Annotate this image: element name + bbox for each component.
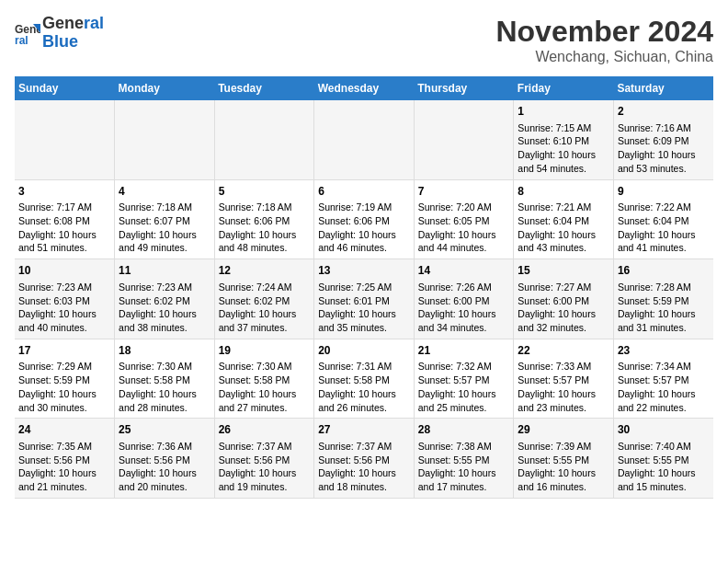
day-info-line: Sunrise: 7:37 AM bbox=[219, 440, 311, 454]
logo-text-blue: Blue bbox=[42, 33, 104, 52]
day-info-line: Daylight: 10 hours bbox=[518, 466, 609, 480]
day-info-line: Daylight: 10 hours bbox=[318, 466, 410, 480]
calendar-cell: 14Sunrise: 7:26 AMSunset: 6:00 PMDayligh… bbox=[414, 259, 514, 339]
day-number: 14 bbox=[418, 263, 510, 279]
day-info-line: and 35 minutes. bbox=[318, 321, 410, 335]
day-info-line: and 48 minutes. bbox=[219, 241, 311, 255]
day-info-line: and 30 minutes. bbox=[18, 401, 110, 415]
day-number: 18 bbox=[119, 343, 210, 359]
day-info-line: and 46 minutes. bbox=[318, 241, 410, 255]
calendar-cell: 1Sunrise: 7:15 AMSunset: 6:10 PMDaylight… bbox=[514, 100, 614, 179]
day-info-line: and 49 minutes. bbox=[119, 241, 210, 255]
day-info-line: and 31 minutes. bbox=[618, 321, 710, 335]
day-info-line: Daylight: 10 hours bbox=[119, 307, 210, 321]
day-info-line: Sunset: 5:57 PM bbox=[418, 373, 510, 387]
calendar-cell bbox=[115, 100, 215, 179]
calendar-title-block: November 2024 Wenchang, Sichuan, China bbox=[495, 15, 713, 65]
day-info-line: Daylight: 10 hours bbox=[618, 228, 710, 242]
day-info-line: Sunrise: 7:15 AM bbox=[518, 121, 609, 135]
day-info-line: Sunset: 6:04 PM bbox=[518, 214, 609, 228]
day-info-line: Sunrise: 7:24 AM bbox=[219, 281, 311, 294]
day-info-line: Sunset: 6:06 PM bbox=[219, 214, 311, 228]
day-info-line: Daylight: 10 hours bbox=[318, 307, 410, 321]
day-info-line: Daylight: 10 hours bbox=[618, 307, 710, 321]
calendar-cell: 7Sunrise: 7:20 AMSunset: 6:05 PMDaylight… bbox=[414, 179, 514, 259]
calendar-cell: 28Sunrise: 7:38 AMSunset: 5:55 PMDayligh… bbox=[414, 419, 514, 499]
calendar-cell: 9Sunrise: 7:22 AMSunset: 6:04 PMDaylight… bbox=[613, 179, 713, 259]
day-info-line: Sunset: 5:58 PM bbox=[119, 373, 210, 387]
calendar-cell: 3Sunrise: 7:17 AMSunset: 6:08 PMDaylight… bbox=[15, 179, 115, 259]
day-number: 16 bbox=[618, 263, 710, 279]
day-info-line: and 25 minutes. bbox=[418, 401, 510, 415]
day-info-line: and 18 minutes. bbox=[318, 480, 410, 494]
day-info-line: Sunset: 6:02 PM bbox=[219, 294, 311, 308]
day-info-line: Sunrise: 7:38 AM bbox=[418, 440, 510, 454]
day-info-line: Sunset: 5:57 PM bbox=[618, 373, 710, 387]
day-info-line: Sunrise: 7:17 AM bbox=[18, 201, 110, 214]
day-number: 7 bbox=[418, 184, 510, 200]
day-info-line: and 43 minutes. bbox=[518, 241, 609, 255]
day-info-line: Sunrise: 7:30 AM bbox=[119, 360, 210, 373]
day-info-line: Daylight: 10 hours bbox=[219, 466, 311, 480]
calendar-month-year: November 2024 bbox=[495, 15, 713, 49]
day-number: 5 bbox=[219, 184, 311, 200]
calendar-cell: 8Sunrise: 7:21 AMSunset: 6:04 PMDaylight… bbox=[514, 179, 614, 259]
day-info-line: Sunset: 6:01 PM bbox=[318, 294, 410, 308]
day-info-line: and 19 minutes. bbox=[219, 480, 311, 494]
day-info-line: Sunset: 6:05 PM bbox=[418, 214, 510, 228]
day-info-line: Sunrise: 7:32 AM bbox=[418, 360, 510, 373]
weekday-header-tuesday: Tuesday bbox=[214, 76, 314, 100]
day-info-line: Sunset: 5:59 PM bbox=[18, 373, 110, 387]
day-number: 23 bbox=[618, 343, 710, 359]
day-info-line: Sunrise: 7:25 AM bbox=[318, 281, 410, 294]
calendar-cell: 13Sunrise: 7:25 AMSunset: 6:01 PMDayligh… bbox=[314, 259, 415, 339]
day-info-line: Sunrise: 7:29 AM bbox=[18, 360, 110, 373]
calendar-cell: 24Sunrise: 7:35 AMSunset: 5:56 PMDayligh… bbox=[15, 419, 115, 499]
day-info-line: Sunset: 5:56 PM bbox=[119, 454, 210, 467]
day-number: 12 bbox=[219, 263, 311, 279]
calendar-cell: 21Sunrise: 7:32 AMSunset: 5:57 PMDayligh… bbox=[414, 339, 514, 419]
day-info-line: and 34 minutes. bbox=[418, 321, 510, 335]
calendar-table: SundayMondayTuesdayWednesdayThursdayFrid… bbox=[15, 76, 713, 499]
day-info-line: Sunrise: 7:33 AM bbox=[518, 360, 609, 373]
day-info-line: Sunset: 6:09 PM bbox=[618, 134, 710, 148]
day-number: 21 bbox=[418, 343, 510, 359]
logo: Gene ral General Blue bbox=[15, 15, 104, 52]
day-info-line: and 21 minutes. bbox=[18, 480, 110, 494]
calendar-cell: 25Sunrise: 7:36 AMSunset: 5:56 PMDayligh… bbox=[115, 419, 215, 499]
day-info-line: Sunset: 6:10 PM bbox=[518, 134, 609, 148]
calendar-week-2: 3Sunrise: 7:17 AMSunset: 6:08 PMDaylight… bbox=[15, 179, 713, 259]
calendar-header: SundayMondayTuesdayWednesdayThursdayFrid… bbox=[15, 76, 713, 100]
day-number: 28 bbox=[418, 422, 510, 438]
day-number: 27 bbox=[318, 422, 410, 438]
day-info-line: and 15 minutes. bbox=[618, 480, 710, 494]
day-info-line: Sunrise: 7:21 AM bbox=[518, 201, 609, 214]
day-info-line: Sunset: 5:56 PM bbox=[219, 454, 311, 467]
day-info-line: Daylight: 10 hours bbox=[318, 228, 410, 242]
day-info-line: Sunrise: 7:37 AM bbox=[318, 440, 410, 454]
day-number: 2 bbox=[618, 104, 710, 120]
day-info-line: and 17 minutes. bbox=[418, 480, 510, 494]
calendar-cell: 5Sunrise: 7:18 AMSunset: 6:06 PMDaylight… bbox=[214, 179, 314, 259]
day-info-line: Sunrise: 7:18 AM bbox=[219, 201, 311, 214]
day-info-line: and 53 minutes. bbox=[618, 162, 710, 176]
calendar-cell bbox=[15, 100, 115, 179]
calendar-cell: 22Sunrise: 7:33 AMSunset: 5:57 PMDayligh… bbox=[514, 339, 614, 419]
calendar-cell: 2Sunrise: 7:16 AMSunset: 6:09 PMDaylight… bbox=[613, 100, 713, 179]
calendar-week-4: 17Sunrise: 7:29 AMSunset: 5:59 PMDayligh… bbox=[15, 339, 713, 419]
day-info-line: Daylight: 10 hours bbox=[418, 387, 510, 401]
calendar-cell: 12Sunrise: 7:24 AMSunset: 6:02 PMDayligh… bbox=[214, 259, 314, 339]
day-info-line: Sunrise: 7:19 AM bbox=[318, 201, 410, 214]
day-info-line: Sunset: 5:57 PM bbox=[518, 373, 609, 387]
day-info-line: Sunset: 5:55 PM bbox=[418, 454, 510, 467]
day-info-line: and 40 minutes. bbox=[18, 321, 110, 335]
day-info-line: Sunrise: 7:16 AM bbox=[618, 121, 710, 135]
day-info-line: and 44 minutes. bbox=[418, 241, 510, 255]
day-info-line: Daylight: 10 hours bbox=[18, 387, 110, 401]
day-info-line: Sunrise: 7:30 AM bbox=[219, 360, 311, 373]
day-info-line: Daylight: 10 hours bbox=[418, 466, 510, 480]
svg-text:ral: ral bbox=[15, 34, 28, 46]
calendar-cell: 4Sunrise: 7:18 AMSunset: 6:07 PMDaylight… bbox=[115, 179, 215, 259]
day-info-line: Sunset: 6:07 PM bbox=[119, 214, 210, 228]
calendar-cell: 11Sunrise: 7:23 AMSunset: 6:02 PMDayligh… bbox=[115, 259, 215, 339]
